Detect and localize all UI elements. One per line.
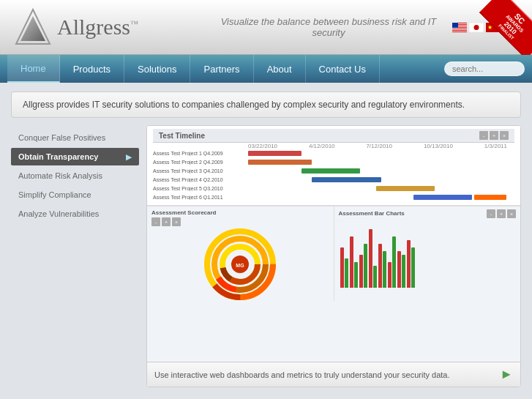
bar-7b xyxy=(402,255,405,288)
bc-btn-3[interactable]: × xyxy=(507,209,516,218)
tbar-3-0 xyxy=(312,177,381,182)
arrow-icon: ► xyxy=(500,367,513,382)
bar-group-7 xyxy=(397,251,405,288)
tbar-5-1 xyxy=(474,195,506,200)
bar-5a xyxy=(378,244,382,288)
nav-solutions[interactable]: Solutions xyxy=(124,55,190,83)
bar-1b xyxy=(345,258,348,288)
nav-about[interactable]: About xyxy=(254,55,306,83)
sidebar-item-3[interactable]: Simplify Compliance xyxy=(11,186,139,204)
logo-text: Allgress™ xyxy=(57,15,138,40)
logo-icon xyxy=(15,7,51,48)
bar-group-5 xyxy=(378,244,386,288)
search-input[interactable] xyxy=(444,61,525,76)
bar-2b xyxy=(354,262,358,288)
timeline-row-1: Assess Test Project 2 Q4.2009 xyxy=(153,158,514,166)
charts-row: Assessment Scorecard - + × xyxy=(147,206,520,301)
caption-text: Use interactive web dashboards and metri… xyxy=(154,370,450,379)
content-area: Conquer False Positives Obtain Transpare… xyxy=(11,125,521,387)
bar-6b xyxy=(392,236,396,288)
timeline-title: Test Timeline xyxy=(159,132,205,140)
intro-bar: Allgress provides IT security solutions … xyxy=(11,92,521,118)
bc-btn-2[interactable]: + xyxy=(497,209,506,218)
nav-items: Home Products Solutions Partners About C… xyxy=(0,55,437,83)
sidebar-item-2[interactable]: Automate Risk Analysis xyxy=(11,167,139,184)
nav-home[interactable]: Home xyxy=(7,55,60,83)
left-panel: Conquer False Positives Obtain Transpare… xyxy=(11,125,139,387)
main-content: Allgress provides IT security solutions … xyxy=(0,83,532,399)
trow-label-3: Assess Test Project 4 Q2.2010 xyxy=(153,177,248,182)
pie-svg: MG xyxy=(203,228,277,301)
bar-group-8 xyxy=(407,240,415,288)
bar-3b xyxy=(364,244,367,288)
chart-scorecard: Assessment Scorecard - + × xyxy=(147,206,334,301)
bc-btn-1[interactable]: - xyxy=(487,209,495,218)
bar-chart-title: Assessment Bar Charts xyxy=(339,210,405,217)
trow-bars-2 xyxy=(248,167,514,175)
chart-bars: Assessment Bar Charts - + × xyxy=(334,206,521,301)
timeline-row-3: Assess Test Project 4 Q2.2010 xyxy=(153,176,514,184)
bar-group-6 xyxy=(388,236,396,288)
timeline-dates: 03/22/2010 4/12/2010 7/12/2010 10/13/201… xyxy=(153,143,514,149)
sc-ribbon: SC AWARDS 2010 FINALIST xyxy=(477,0,532,55)
timeline-row-0: Assess Test Project 1 Q4.2009 xyxy=(153,149,514,157)
sidebar-item-1[interactable]: Obtain Transparency xyxy=(11,148,139,165)
dash-btn-3[interactable]: × xyxy=(500,131,509,140)
caption-bar: Use interactive web dashboards and metri… xyxy=(147,362,520,387)
date-2: 7/12/2010 xyxy=(366,143,392,149)
bar-4b xyxy=(373,266,377,288)
logo-area: Allgress™ xyxy=(15,7,176,48)
date-0: 03/22/2010 xyxy=(248,143,277,149)
sc-btn-1[interactable]: - xyxy=(151,217,160,226)
svg-rect-6 xyxy=(452,28,467,29)
bar-group-4 xyxy=(369,229,377,288)
trow-bars-4 xyxy=(248,184,514,193)
sc-btn-3[interactable]: × xyxy=(172,217,181,226)
date-4: 1/3/2011 xyxy=(484,143,507,149)
svg-rect-9 xyxy=(452,23,458,28)
bar-1a xyxy=(340,247,344,288)
bar-chart-controls: - + × xyxy=(487,209,516,218)
tbar-0-0 xyxy=(248,151,301,156)
tagline: Visualize the balance between business r… xyxy=(176,16,452,38)
date-1: 4/12/2010 xyxy=(309,143,335,149)
sidebar-item-4[interactable]: Analyze Vulnerabilities xyxy=(11,205,139,223)
svg-rect-8 xyxy=(452,31,467,31)
bar-7a xyxy=(397,251,401,288)
bar-5b xyxy=(383,251,386,288)
timeline-section: Test Timeline - + × 03/22/2010 4/12/2010… xyxy=(147,126,520,206)
bar-chart-area xyxy=(339,218,517,288)
bar-group-2 xyxy=(350,236,358,288)
sc-btn-2[interactable]: + xyxy=(162,217,171,226)
nav-contact[interactable]: Contact Us xyxy=(306,55,380,83)
tbar-5-0 xyxy=(413,195,472,200)
bar-8b xyxy=(411,247,415,288)
bar-4a xyxy=(369,229,372,288)
trow-label-0: Assess Test Project 1 Q4.2009 xyxy=(153,151,248,156)
dash-btn-1[interactable]: - xyxy=(479,131,488,140)
right-panel: Test Timeline - + × 03/22/2010 4/12/2010… xyxy=(146,125,521,387)
dash-btn-2[interactable]: + xyxy=(490,131,498,140)
ribbon-inner: SC AWARDS 2010 FINALIST xyxy=(479,0,532,55)
trow-bars-5 xyxy=(248,193,514,201)
nav-search-area xyxy=(437,55,532,83)
tbar-1-0 xyxy=(248,160,312,165)
dashboard: Test Timeline - + × 03/22/2010 4/12/2010… xyxy=(147,126,520,362)
svg-rect-7 xyxy=(452,29,467,30)
nav-products[interactable]: Products xyxy=(60,55,124,83)
trow-bars-3 xyxy=(248,176,514,184)
timeline-row-5: Assess Test Project 6 Q1.2011 xyxy=(153,193,514,201)
timeline-row-2: Assess Test Project 3 Q4.2010 xyxy=(153,167,514,175)
trow-label-2: Assess Test Project 3 Q4.2010 xyxy=(153,168,248,174)
scorecard-controls: - + × xyxy=(151,217,329,226)
bar-group-3 xyxy=(359,244,367,288)
trow-bars-1 xyxy=(248,158,514,166)
trow-label-1: Assess Test Project 2 Q4.2009 xyxy=(153,160,248,165)
nav-partners[interactable]: Partners xyxy=(190,55,253,83)
timeline-header-bar: Test Timeline - + × xyxy=(153,129,514,143)
bar-8a xyxy=(407,240,411,288)
sidebar-item-0[interactable]: Conquer False Positives xyxy=(11,129,139,146)
bar-2a xyxy=(350,236,353,288)
pie-chart: MG xyxy=(151,228,329,301)
date-3: 10/13/2010 xyxy=(424,143,453,149)
